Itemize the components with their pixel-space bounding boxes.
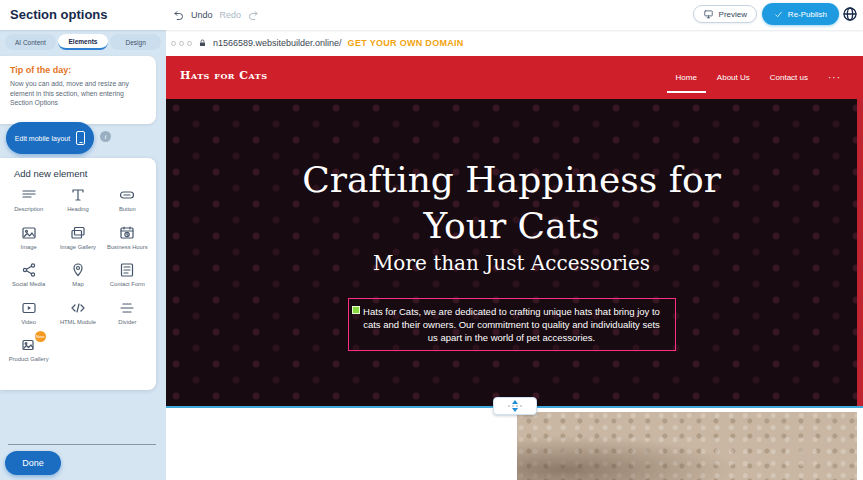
hero-title[interactable]: Crafting Happiness for Your Cats (166, 157, 857, 249)
tip-body: Now you can add, move and resize any ele… (10, 79, 146, 108)
element-item-label: Heading (67, 206, 89, 214)
monitor-icon (703, 9, 714, 19)
new-badge: New (35, 331, 46, 342)
hero-title-text: Crafting Happiness for Your Cats (272, 157, 752, 249)
tip-of-the-day-card: Tip of the day: Now you can add, move an… (0, 56, 156, 124)
window-dot-icon (179, 41, 184, 46)
element-item-video[interactable]: Video (4, 300, 53, 327)
element-item-label: Product Gallery (9, 356, 49, 364)
element-grid: Description Heading Button I (4, 187, 152, 364)
nav-item-contact-us[interactable]: Contact us (770, 56, 808, 99)
sidebar: AI Content Elements Design Tip of the da… (0, 30, 166, 480)
arrow-up-icon (512, 400, 518, 404)
undo-button[interactable]: Undo (191, 10, 213, 20)
republish-button-label: Re-Publish (788, 10, 827, 19)
add-element-title: Add new element (14, 168, 152, 179)
product-gallery-icon (21, 337, 37, 353)
element-item-description[interactable]: Description (4, 187, 53, 214)
site-nav: Home About Us Contact us ··· (676, 56, 842, 99)
done-button[interactable]: Done (5, 451, 61, 475)
nav-more-icon[interactable]: ··· (828, 56, 841, 99)
site-header: Hats for Cats Home About Us Contact us ·… (166, 56, 863, 99)
page-title: Section options (10, 7, 108, 22)
window-dot-icon (171, 41, 176, 46)
element-item-map[interactable]: Map (53, 262, 102, 289)
window-dots (171, 41, 192, 46)
preview-button-label: Preview (719, 10, 747, 19)
business-hours-icon (119, 225, 135, 241)
info-icon[interactable]: i (100, 131, 111, 142)
drag-dots-icon (508, 405, 522, 407)
tab-ai-content[interactable]: AI Content (5, 34, 56, 50)
button-icon (119, 187, 135, 203)
element-item-contact-form[interactable]: Contact Form (103, 262, 152, 289)
tip-title: Tip of the day: (10, 65, 146, 75)
heading-icon (70, 187, 86, 203)
history-controls: Undo Redo (172, 9, 260, 21)
site-preview: Hats for Cats Home About Us Contact us ·… (166, 56, 863, 480)
edit-mobile-layout-label: Edit mobile layout (15, 135, 70, 142)
html-module-icon (70, 300, 86, 316)
map-icon (70, 262, 86, 278)
lock-icon (198, 38, 207, 48)
description-icon (21, 187, 37, 203)
mobile-phone-icon (76, 131, 85, 145)
tab-elements[interactable]: Elements (58, 34, 109, 50)
element-item-image[interactable]: Image (4, 225, 53, 252)
element-item-label: Description (14, 206, 43, 214)
address-url[interactable]: n1566589.websitebuilder.online/ (213, 38, 342, 48)
redo-icon[interactable] (248, 9, 260, 21)
hero-subtitle[interactable]: More than Just Accessories (166, 251, 857, 275)
undo-icon[interactable] (172, 9, 184, 21)
browser-bar: n1566589.websitebuilder.online/ GET YOUR… (166, 30, 863, 56)
element-item-label: Button (119, 206, 136, 214)
element-item-label: Divider (118, 319, 136, 327)
element-item-label: Contact Form (110, 281, 145, 289)
element-item-button[interactable]: Button (103, 187, 152, 214)
preview-button[interactable]: Preview (693, 5, 757, 23)
globe-icon[interactable] (842, 6, 858, 22)
element-item-divider[interactable]: Divider (103, 300, 152, 327)
element-item-label: Map (72, 281, 83, 289)
element-item-label: Business Hours (107, 244, 148, 252)
element-item-product-gallery[interactable]: New Product Gallery (4, 337, 53, 364)
window-dot-icon (187, 41, 192, 46)
check-icon (774, 10, 783, 19)
hero-section: Crafting Happiness for Your Cats More th… (166, 99, 857, 406)
divider-icon (119, 300, 135, 316)
social-media-icon (21, 262, 37, 278)
arrow-down-icon (512, 408, 518, 412)
get-own-domain-link[interactable]: GET YOUR OWN DOMAIN (348, 38, 464, 48)
site-logo[interactable]: Hats for Cats (180, 69, 268, 82)
contact-form-icon (119, 262, 135, 278)
preview-scrollbar[interactable] (857, 56, 863, 406)
nav-item-about-us[interactable]: About Us (717, 56, 750, 99)
section-resize-handle[interactable] (493, 397, 537, 415)
image-icon (21, 225, 37, 241)
video-icon (21, 300, 37, 316)
edit-mobile-layout-button[interactable]: Edit mobile layout (6, 122, 94, 154)
hero-paragraph-text: Hats for Cats, we are dedicated to craft… (363, 306, 660, 343)
hero-paragraph-selection[interactable]: Hats for Cats, we are dedicated to craft… (348, 298, 676, 351)
element-item-social-media[interactable]: Social Media (4, 262, 53, 289)
redo-button[interactable]: Redo (220, 10, 242, 20)
image-gallery-icon (70, 225, 86, 241)
element-item-image-gallery[interactable]: Image Gallery (53, 225, 102, 252)
republish-button[interactable]: Re-Publish (762, 3, 839, 25)
topbar: Section options Undo Redo Preview Re-Pub… (0, 0, 863, 30)
drag-handle-green[interactable] (352, 306, 360, 314)
sidebar-divider (8, 444, 156, 445)
element-item-label: Image (21, 244, 37, 252)
element-item-heading[interactable]: Heading (53, 187, 102, 214)
element-item-label: Image Gallery (60, 244, 96, 252)
element-item-label: Video (21, 319, 36, 327)
next-section-image[interactable] (517, 412, 857, 480)
element-item-html-module[interactable]: HTML Module (53, 300, 102, 327)
tab-design[interactable]: Design (110, 34, 161, 50)
element-item-business-hours[interactable]: Business Hours (103, 225, 152, 252)
nav-item-home[interactable]: Home (676, 56, 697, 99)
add-element-panel: Add new element Description Heading Butt… (0, 158, 156, 390)
sidebar-tabs: AI Content Elements Design (5, 34, 161, 50)
element-item-label: HTML Module (60, 319, 96, 327)
element-item-label: Social Media (12, 281, 45, 289)
